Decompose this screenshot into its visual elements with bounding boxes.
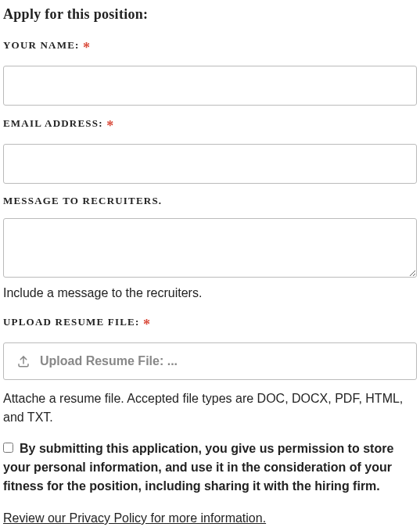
name-input[interactable]: [3, 66, 417, 106]
upload-resume-button[interactable]: Upload Resume File: ...: [3, 342, 417, 380]
message-label: MESSAGE TO RECRUITERS.: [3, 195, 417, 207]
application-form: Apply for this position: YOUR NAME: * EM…: [3, 6, 417, 527]
consent-checkbox[interactable]: [3, 443, 13, 453]
required-star-icon: *: [106, 118, 114, 134]
consent-row: By submitting this application, you give…: [3, 439, 417, 496]
message-help-text: Include a message to the recruiters.: [3, 284, 417, 303]
message-textarea[interactable]: [3, 218, 417, 278]
required-star-icon: *: [143, 317, 151, 332]
name-label: YOUR NAME: *: [3, 38, 417, 55]
upload-button-text: Upload Resume File: ...: [40, 354, 178, 368]
required-star-icon: *: [83, 40, 91, 56]
upload-label: UPLOAD RESUME FILE: *: [3, 315, 417, 332]
upload-icon: [16, 354, 31, 368]
email-label: EMAIL ADDRESS: *: [3, 117, 417, 133]
upload-help-text: Attache a resume file. Accepted file typ…: [3, 389, 417, 427]
consent-text: By submitting this application, you give…: [3, 442, 393, 493]
privacy-policy-link[interactable]: Review our Privacy Policy for more infor…: [3, 511, 266, 525]
email-input[interactable]: [3, 144, 417, 184]
form-title: Apply for this position:: [3, 6, 417, 23]
